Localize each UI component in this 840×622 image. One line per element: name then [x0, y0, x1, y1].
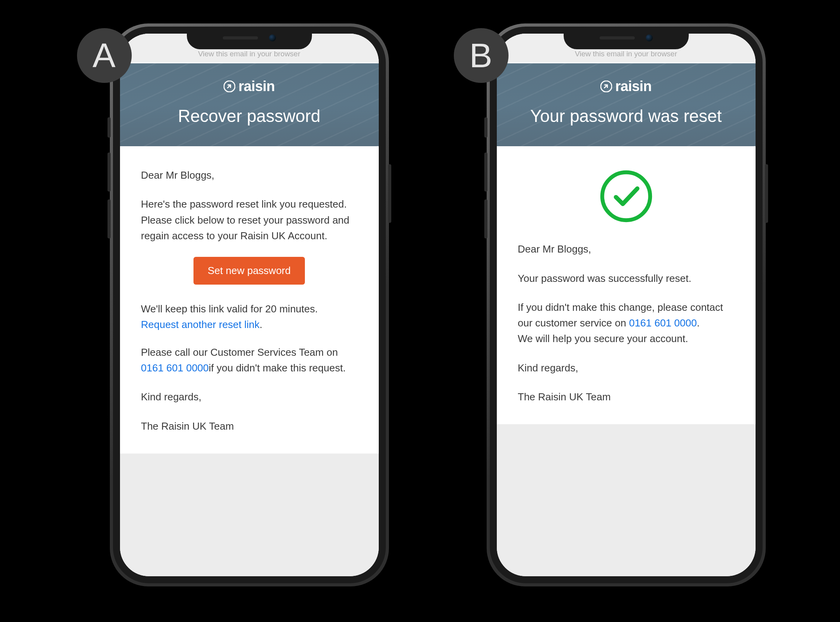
mute-switch	[107, 117, 111, 138]
team-a: The Raisin UK Team	[141, 418, 358, 434]
email-body-a: Dear Mr Bloggs, Here's the password rese…	[120, 146, 379, 454]
greeting-b: Dear Mr Bloggs,	[518, 241, 734, 257]
power-button	[388, 164, 391, 223]
power-button	[765, 164, 768, 223]
email-body-b: Dear Mr Bloggs, Your password was succes…	[497, 146, 756, 424]
label-a-letter: A	[93, 36, 116, 75]
view-in-browser-link[interactable]: View this email in your browser	[198, 50, 301, 58]
team-b: The Raisin UK Team	[518, 389, 734, 405]
volume-down-button	[484, 199, 487, 238]
screen-b: View this email in your browser raisin Y…	[497, 34, 756, 576]
validity-row: We'll keep this link valid for 20 minute…	[141, 301, 358, 333]
email-title-b: Your password was reset	[505, 106, 748, 126]
signoff-a: Kind regards,	[141, 389, 358, 405]
phone-notch	[564, 27, 689, 49]
phone-link-b[interactable]: 0161 601 0000	[629, 317, 697, 329]
mute-switch	[484, 117, 487, 138]
email-footer-a	[120, 454, 379, 576]
signoff-b: Kind regards,	[518, 360, 734, 376]
brand-name: raisin	[238, 78, 275, 95]
email-footer-b	[497, 424, 756, 576]
speaker-icon	[600, 36, 635, 39]
label-badge-a: A	[77, 28, 132, 83]
label-badge-b: B	[454, 28, 509, 83]
raisin-logo-icon	[600, 81, 612, 92]
brand-name: raisin	[615, 78, 652, 95]
validity-text: We'll keep this link valid for 20 minute…	[141, 303, 318, 315]
body3: We will help you secure your account.	[518, 333, 688, 344]
email-header-a: raisin Recover password	[120, 63, 379, 146]
volume-down-button	[107, 199, 111, 238]
intro-a: Here's the password reset link you reque…	[141, 196, 358, 244]
brand-logo: raisin	[505, 78, 748, 95]
greeting-a: Dear Mr Bloggs,	[141, 167, 358, 183]
body2-post: .	[697, 317, 700, 329]
mockup-b: B View this email in your browser	[451, 23, 766, 586]
contact-row-a: Please call our Customer Services Team o…	[141, 344, 358, 376]
request-another-link[interactable]: Request another reset link	[141, 319, 260, 330]
body2-row: If you didn't make this change, please c…	[518, 299, 734, 347]
contact-pre-a: Please call our Customer Services Team o…	[141, 346, 338, 358]
email-title-a: Recover password	[128, 106, 371, 126]
label-b-letter: B	[469, 36, 493, 75]
camera-icon	[646, 34, 653, 41]
raisin-logo-icon	[224, 81, 235, 92]
volume-up-button	[484, 152, 487, 192]
volume-up-button	[107, 152, 111, 192]
phone-notch	[187, 27, 312, 49]
phone-link-a[interactable]: 0161 601 0000	[141, 362, 209, 374]
brand-logo: raisin	[128, 78, 371, 95]
contact-post-a: if you didn't make this request.	[209, 362, 346, 374]
email-header-b: raisin Your password was reset	[497, 63, 756, 146]
phone-frame-a: View this email in your browser raisin R…	[110, 23, 389, 586]
set-new-password-button[interactable]: Set new password	[193, 257, 304, 285]
mockup-a: A View this email in your browser	[75, 23, 389, 586]
svg-point-2	[602, 172, 650, 220]
camera-icon	[269, 34, 276, 41]
screen-a: View this email in your browser raisin R…	[120, 34, 379, 576]
view-in-browser-link[interactable]: View this email in your browser	[575, 50, 677, 58]
speaker-icon	[223, 36, 258, 39]
phone-frame-b: View this email in your browser raisin Y…	[487, 23, 766, 586]
success-check-icon	[599, 169, 654, 224]
body1-b: Your password was successfully reset.	[518, 271, 734, 286]
